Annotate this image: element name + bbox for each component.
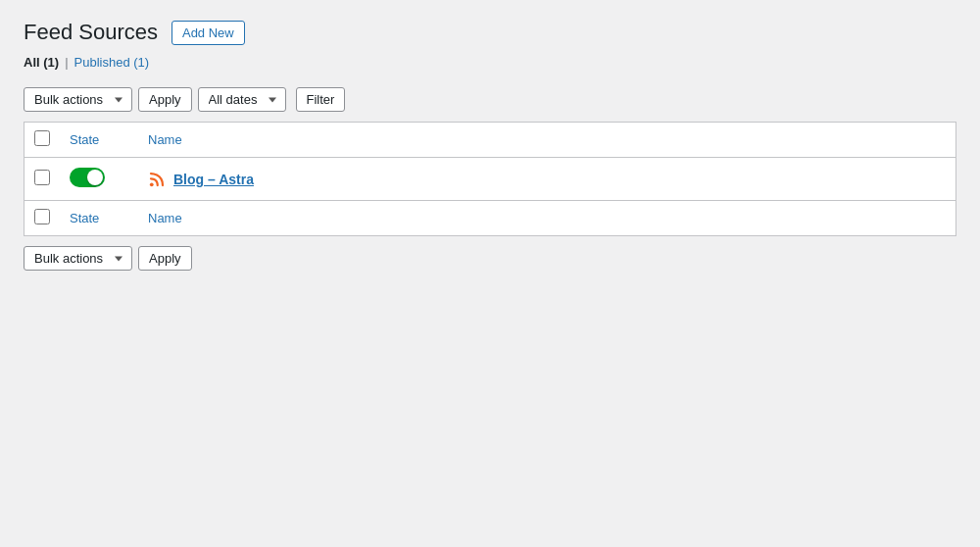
- bulk-actions-select[interactable]: Bulk actions: [24, 87, 132, 112]
- feed-sources-table: State Name: [24, 122, 956, 236]
- filter-published-link[interactable]: Published (1): [74, 55, 150, 70]
- feed-source-name-link[interactable]: Blog – Astra: [173, 172, 254, 187]
- table-footer-row: State Name: [24, 201, 956, 236]
- footer-select-all-checkbox[interactable]: [34, 209, 50, 224]
- bulk-actions-wrapper: Bulk actions: [24, 87, 132, 112]
- row-state-cell: [60, 158, 138, 201]
- dates-wrapper: All dates: [198, 87, 286, 112]
- top-apply-button[interactable]: Apply: [138, 87, 192, 112]
- svg-point-0: [150, 182, 154, 186]
- header-name-col[interactable]: Name: [138, 123, 956, 158]
- table-row: Blog – Astra: [24, 158, 956, 201]
- footer-checkbox-col: [24, 201, 60, 236]
- page-title: Feed Sources: [24, 20, 158, 45]
- filter-links: All (1) | Published (1): [24, 55, 956, 70]
- table-header-row: State Name: [24, 123, 956, 158]
- dates-select[interactable]: All dates: [198, 87, 286, 112]
- rss-icon: [148, 171, 166, 188]
- filter-separator: |: [65, 55, 68, 70]
- bottom-bulk-actions-select[interactable]: Bulk actions: [24, 246, 132, 271]
- bottom-apply-button[interactable]: Apply: [138, 246, 192, 271]
- footer-state-col[interactable]: State: [60, 201, 138, 236]
- toggle-thumb: [87, 170, 103, 185]
- header-checkbox-col: [24, 123, 60, 158]
- header-state-col[interactable]: State: [60, 123, 138, 158]
- top-toolbar: Bulk actions Apply All dates Filter: [24, 79, 956, 120]
- add-new-button[interactable]: Add New: [172, 21, 245, 45]
- bottom-bulk-actions-wrapper: Bulk actions: [24, 246, 132, 271]
- row-checkbox-cell: [24, 158, 60, 201]
- select-all-checkbox[interactable]: [34, 130, 50, 146]
- state-toggle[interactable]: [70, 168, 105, 187]
- row-checkbox[interactable]: [34, 170, 50, 185]
- filter-button[interactable]: Filter: [296, 87, 346, 112]
- row-name-cell: Blog – Astra: [138, 158, 956, 201]
- toggle-track: [70, 168, 105, 187]
- bottom-toolbar: Bulk actions Apply: [24, 246, 956, 271]
- filter-all-link[interactable]: All (1): [24, 55, 59, 70]
- footer-name-col[interactable]: Name: [138, 201, 956, 236]
